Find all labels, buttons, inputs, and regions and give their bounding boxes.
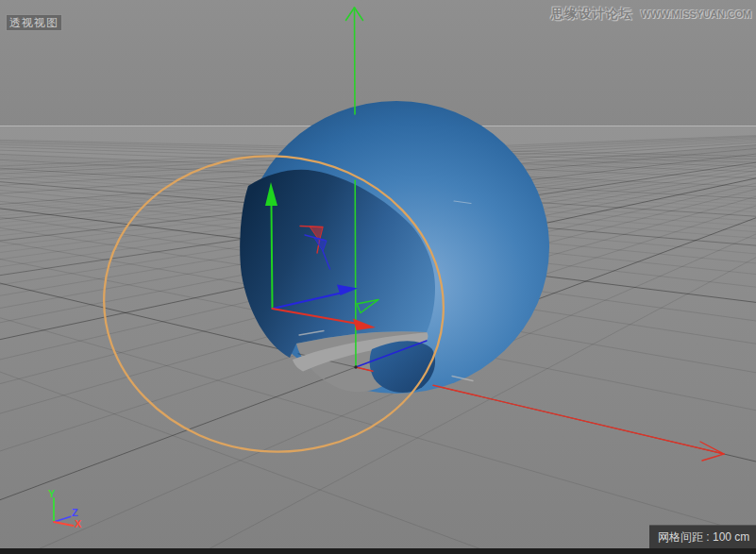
grid-spacing-badge: 网格间距 : 100 cm <box>649 525 756 548</box>
hud-y-label: Y <box>48 488 56 499</box>
watermark-site-name: 思缘设计论坛 <box>551 6 633 23</box>
viewport-canvas[interactable]: YZX <box>0 0 756 554</box>
viewport-label: 透视视图 <box>6 14 62 31</box>
viewport[interactable]: YZX 透视视图 思缘设计论坛 WWW.MISSYUAN.COM 网格间距 : … <box>0 0 756 554</box>
world-origin-point <box>354 365 357 368</box>
watermark-site-url: WWW.MISSYUAN.COM <box>641 8 751 20</box>
watermark: 思缘设计论坛 WWW.MISSYUAN.COM <box>551 6 751 23</box>
viewport-bottom-edge <box>0 548 756 554</box>
hud-z-label: Z <box>72 507 78 518</box>
hud-x-label: X <box>75 518 82 529</box>
